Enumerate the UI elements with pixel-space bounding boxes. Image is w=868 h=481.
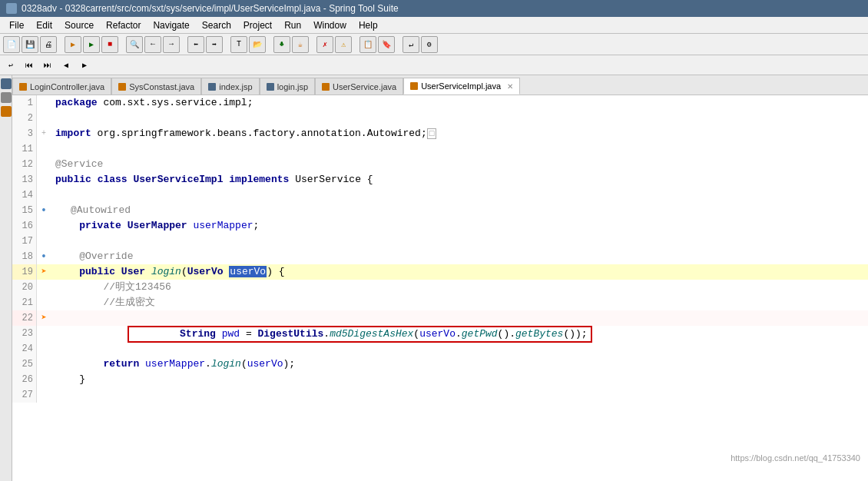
- code-row-18: 18 • @Override: [12, 249, 868, 264]
- gutter-20: [37, 280, 51, 295]
- back-btn[interactable]: ←: [144, 36, 161, 53]
- line-number-15: 15: [12, 203, 37, 218]
- code-line-1: package com.sxt.sys.service.impl;: [51, 95, 868, 111]
- gutter-23: [37, 326, 51, 341]
- java-btn[interactable]: ☕: [292, 36, 309, 53]
- line-number-26: 26: [12, 372, 37, 387]
- open-res-btn[interactable]: 📂: [249, 36, 266, 53]
- forward-btn[interactable]: →: [163, 36, 180, 53]
- line-number-17: 17: [12, 234, 37, 249]
- code-line-13: public class UserServiceImpl implements …: [51, 172, 868, 187]
- menu-edit[interactable]: Edit: [30, 18, 58, 32]
- code-row-3: 3 + import org.springframework.beans.fac…: [12, 126, 868, 141]
- nav-back-btn[interactable]: ◀: [58, 58, 74, 73]
- menu-search[interactable]: Search: [196, 18, 237, 32]
- code-line-2: [51, 111, 868, 126]
- menu-window[interactable]: Window: [307, 18, 353, 32]
- tab-index-jsp[interactable]: index.jsp: [201, 78, 259, 95]
- main-area: LoginController.java SysConstast.java in…: [0, 75, 868, 481]
- run-btn[interactable]: ▶: [83, 36, 100, 53]
- sidebar-icon-1[interactable]: [1, 78, 12, 89]
- undo-btn[interactable]: ↩: [3, 58, 18, 73]
- code-line-3: import org.springframework.beans.factory…: [51, 126, 868, 141]
- menu-navigate[interactable]: Navigate: [147, 18, 195, 32]
- collapse-icon-3[interactable]: +: [41, 126, 46, 141]
- code-line-18: @Override: [51, 249, 868, 264]
- code-line-20: //明文123456: [51, 280, 868, 295]
- code-line-21: //生成密文: [51, 295, 868, 310]
- menu-refactor[interactable]: Refactor: [100, 18, 147, 32]
- stop-btn[interactable]: ■: [101, 36, 118, 53]
- gutter-25: [37, 357, 51, 372]
- new-btn[interactable]: 📄: [3, 36, 20, 53]
- print-btn[interactable]: 🖨: [40, 36, 57, 53]
- step-fwd-btn[interactable]: ⏭: [40, 58, 55, 73]
- prev-edit-btn[interactable]: ⬅: [187, 36, 204, 53]
- gutter-12: [37, 157, 51, 172]
- task-btn[interactable]: 📋: [359, 36, 376, 53]
- tab-label-login-jsp: login.jsp: [277, 82, 308, 91]
- gutter-14: [37, 187, 51, 203]
- code-row-20: 20 //明文123456: [12, 280, 868, 295]
- code-line-15: @Autowired: [51, 203, 868, 218]
- gutter-dot-15: •: [41, 205, 47, 216]
- open-type-btn[interactable]: T: [230, 36, 247, 53]
- code-line-11: [51, 141, 868, 157]
- gutter-16: [37, 218, 51, 234]
- code-editor[interactable]: 1 package com.sxt.sys.service.impl; 2 3 …: [12, 95, 868, 481]
- tab-close-icon[interactable]: ✕: [507, 82, 513, 91]
- tab-icon-user-service-impl: [410, 82, 418, 90]
- menu-file[interactable]: File: [3, 18, 30, 32]
- tab-user-service-impl[interactable]: UserServiceImpl.java ✕: [403, 78, 520, 95]
- line-number-12: 12: [12, 157, 37, 172]
- gutter-arrow-22: ➤: [41, 310, 46, 326]
- line-number-21: 21: [12, 295, 37, 310]
- code-row-2: 2: [12, 111, 868, 126]
- line-number-23: 23: [12, 326, 37, 341]
- debug-btn[interactable]: ▶: [65, 36, 81, 53]
- code-line-14: [51, 187, 868, 203]
- tab-icon-login-controller: [19, 83, 27, 91]
- code-row-26: 26 }: [12, 372, 868, 387]
- tab-login-jsp[interactable]: login.jsp: [260, 78, 315, 95]
- error-btn[interactable]: ✗: [316, 36, 333, 53]
- line-number-1: 1: [12, 95, 37, 111]
- sidebar-icon-3[interactable]: [1, 106, 12, 117]
- line-number-19: 19: [12, 264, 37, 280]
- line-number-14: 14: [12, 187, 37, 203]
- code-row-15: 15 • @Autowired: [12, 203, 868, 218]
- nav-fwd-btn[interactable]: ▶: [77, 58, 92, 73]
- menu-project[interactable]: Project: [237, 18, 278, 32]
- code-row-23: 23: [12, 326, 868, 341]
- line-number-3: 3: [12, 126, 37, 141]
- line-number-11: 11: [12, 141, 37, 157]
- code-row-16: 16 private UserMapper userMapper;: [12, 218, 868, 234]
- gutter-24: [37, 341, 51, 357]
- tab-label-user-service: UserService.java: [333, 82, 396, 91]
- step-back-btn[interactable]: ⏮: [22, 58, 37, 73]
- sidebar-icon-2[interactable]: [1, 92, 12, 103]
- toggle-word-wrap[interactable]: ↵: [403, 36, 419, 53]
- menu-source[interactable]: Source: [58, 18, 100, 32]
- settings-btn[interactable]: ⚙: [421, 36, 438, 53]
- app-icon: [6, 3, 17, 14]
- tab-icon-index-jsp: [208, 83, 216, 91]
- tab-icon-login-jsp: [267, 83, 274, 91]
- tab-sys-constast[interactable]: SysConstast.java: [111, 78, 201, 95]
- save-btn[interactable]: 💾: [22, 36, 38, 53]
- menu-help[interactable]: Help: [353, 18, 384, 32]
- search-btn[interactable]: 🔍: [126, 36, 143, 53]
- title-bar: 0328adv - 0328carrent/src/com/sxt/sys/se…: [0, 0, 868, 17]
- tab-user-service[interactable]: UserService.java: [315, 78, 403, 95]
- line-number-27: 27: [12, 387, 37, 403]
- warn-btn[interactable]: ⚠: [335, 36, 352, 53]
- tab-login-controller[interactable]: LoginController.java: [12, 78, 111, 95]
- next-edit-btn[interactable]: ➡: [206, 36, 223, 53]
- bookmark-btn[interactable]: 🔖: [378, 36, 395, 53]
- gutter-26: [37, 372, 51, 387]
- menu-run[interactable]: Run: [278, 18, 307, 32]
- gutter-dot-18: •: [41, 251, 47, 262]
- spring-btn[interactable]: ♣: [273, 36, 290, 53]
- code-row-21: 21 //生成密文: [12, 295, 868, 310]
- code-row-13: 13 public class UserServiceImpl implemen…: [12, 172, 868, 187]
